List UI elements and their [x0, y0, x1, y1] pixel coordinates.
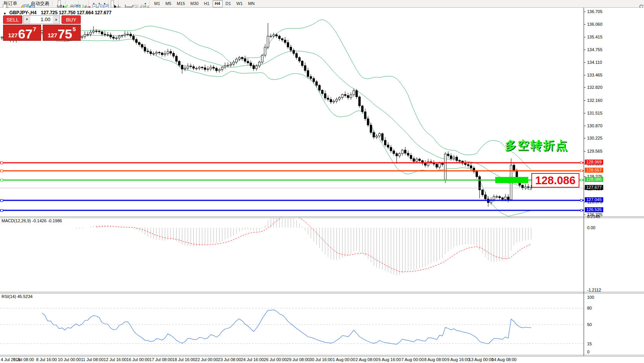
timeframe-m30[interactable]: M30: [188, 0, 201, 7]
axis-line-anchor[interactable]: [580, 179, 582, 181]
candle: [230, 62, 232, 67]
indicators-button[interactable]: ▾: [91, 0, 96, 8]
candle: [424, 160, 426, 167]
candle: [298, 56, 300, 63]
line-anchor[interactable]: [0, 162, 3, 164]
timeframe-d1[interactable]: D1: [223, 0, 233, 7]
volume-increase-button[interactable]: ▲: [53, 16, 60, 23]
time-axis-label: 5 Aug 16:00: [378, 357, 401, 362]
timeframe-h1[interactable]: H1: [201, 0, 211, 7]
buy-price-figure: 127: [48, 32, 57, 38]
search-button[interactable]: [637, 0, 640, 8]
new-order-button[interactable]: 新订单: [1, 0, 19, 8]
candle: [130, 32, 131, 38]
axis-line-anchor[interactable]: [580, 209, 582, 211]
bollinger-middle-band: [56, 35, 531, 190]
price-flag: 128.086: [585, 177, 603, 182]
candle: [338, 96, 340, 101]
candle: [135, 38, 137, 45]
sell-button[interactable]: SELL: [3, 15, 22, 24]
buy-price-point: 5: [73, 26, 76, 32]
volume-decrease-button[interactable]: ▼: [23, 16, 30, 23]
candle: [404, 147, 406, 155]
highlight-rectangle[interactable]: [495, 177, 528, 183]
time-axis-label: 18 Jul 16:00: [172, 357, 195, 362]
candle: [344, 92, 346, 98]
candle: [407, 150, 409, 157]
axis-line-anchor[interactable]: [580, 170, 582, 172]
time-axis-label: 12 Jul 16:00: [104, 357, 127, 362]
cursor-button[interactable]: [111, 0, 114, 8]
candle: [499, 195, 501, 200]
candle: [419, 158, 421, 163]
annotation-text[interactable]: 多空转折点: [505, 138, 568, 153]
candle: [387, 142, 389, 150]
candle: [264, 44, 266, 57]
line-anchor[interactable]: [0, 199, 3, 202]
macd-axis-label: -1.2112: [587, 288, 601, 292]
candle: [524, 184, 526, 190]
auto-trading-button[interactable]: 自动交易: [28, 0, 51, 8]
rsi-axis-label: 100: [587, 295, 594, 300]
candle: [247, 58, 249, 65]
timeframe-m15[interactable]: M15: [175, 0, 187, 7]
timeframe-w1[interactable]: W1: [234, 0, 245, 7]
timeframe-m5[interactable]: M5: [163, 0, 173, 7]
candle: [250, 60, 252, 68]
candle: [379, 132, 381, 138]
axis-tick-label: 136.060: [587, 22, 602, 27]
rsi-axis-label: 50: [587, 322, 592, 327]
line-anchor[interactable]: [0, 209, 3, 212]
candle: [207, 66, 209, 72]
candle: [410, 153, 412, 161]
volume-value[interactable]: 1.00: [30, 16, 53, 23]
candle: [301, 60, 303, 68]
buy-price-box[interactable]: 127 75 5: [43, 25, 81, 41]
ohlc-values: 127.725 127.750 127.664 127.677: [41, 10, 111, 15]
candle: [261, 54, 263, 64]
bar-chart-button[interactable]: [55, 0, 58, 8]
candle: [390, 145, 392, 153]
axis-line-anchor[interactable]: [580, 162, 582, 164]
one-click-trading-panel: SELL ▼ 1.00 ▲ BUY 127 67 7 127 75 5: [3, 15, 81, 41]
line-anchor[interactable]: [0, 170, 3, 172]
candle: [175, 55, 177, 63]
buy-button[interactable]: BUY: [62, 15, 81, 24]
axis-tick-label: 134.755: [587, 47, 602, 52]
axis-tick-label: 136.705: [587, 9, 602, 14]
candle: [241, 57, 243, 61]
market-watch-button[interactable]: [19, 0, 22, 8]
candle: [218, 68, 220, 73]
candle: [267, 23, 269, 49]
timeframe-mn[interactable]: MN: [246, 0, 257, 7]
candle: [473, 166, 475, 174]
timeframe-m1[interactable]: M1: [152, 0, 162, 7]
candle: [124, 31, 126, 38]
candle: [401, 149, 403, 156]
collapse-icon[interactable]: ▲: [3, 11, 7, 15]
candle: [110, 33, 111, 39]
price-callout-label[interactable]: 128.086: [531, 173, 579, 188]
candle: [107, 32, 109, 37]
axis-line-anchor[interactable]: [580, 199, 582, 201]
bollinger-lower-band: [56, 39, 531, 216]
candle: [127, 32, 129, 36]
line-anchor[interactable]: [0, 179, 3, 182]
volume-field[interactable]: ▼ 1.00 ▲: [23, 15, 60, 24]
time-axis-label: 10 Jul 00:00: [58, 357, 81, 362]
time-axis-label: 11 Jul 08:00: [81, 357, 103, 362]
sell-price-box[interactable]: 127 67 7: [3, 25, 41, 41]
axis-tick: [584, 37, 586, 37]
candle: [1, 36, 3, 40]
macd-axis-label: 0.00: [587, 225, 595, 230]
candle: [224, 63, 226, 69]
axis-tick-label: 132.820: [587, 85, 602, 90]
time-axis-label: 26 Jul 00:00: [264, 357, 287, 362]
candle: [484, 192, 486, 201]
candle: [115, 37, 117, 40]
time-axis-label: 8 Aug 08:00: [424, 357, 447, 362]
time-axis-label: 5 Jul 08:00: [13, 357, 34, 362]
timeframe-h4[interactable]: H4: [213, 0, 223, 7]
candle: [244, 56, 246, 63]
bollinger-upper-band: [56, 20, 531, 170]
